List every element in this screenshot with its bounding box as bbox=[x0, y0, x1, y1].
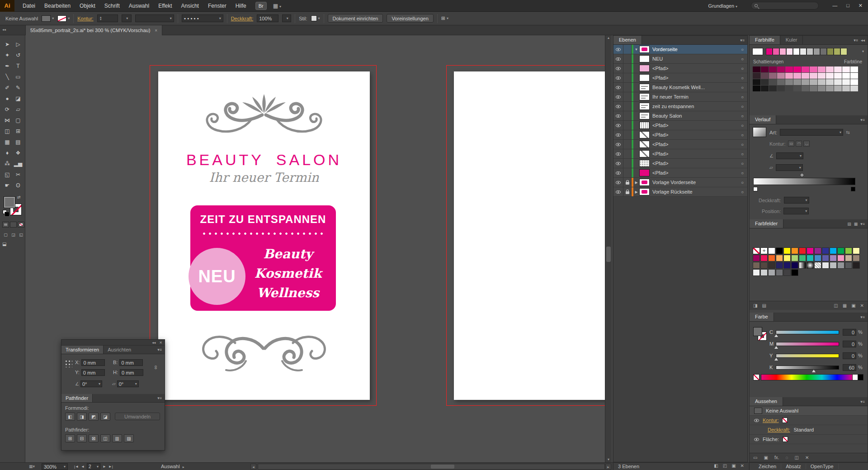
visibility-toggle[interactable] bbox=[613, 73, 623, 82]
width-tool[interactable]: ⋈ bbox=[2, 115, 12, 125]
shape-builder-tool[interactable]: ◫ bbox=[2, 126, 12, 136]
duplicate-item-icon[interactable]: ◫ bbox=[794, 455, 798, 460]
eraser-tool[interactable]: ◪ bbox=[13, 94, 23, 104]
shade-swatch[interactable] bbox=[769, 73, 777, 79]
swatch[interactable] bbox=[791, 247, 798, 254]
unite-button[interactable]: ◧ bbox=[65, 413, 75, 421]
delete-swatch-icon[interactable]: ✕ bbox=[860, 303, 864, 308]
tab-ebenen[interactable]: Ebenen bbox=[613, 36, 642, 44]
variable-width-profile-dropdown[interactable]: ▾ bbox=[135, 14, 174, 22]
toolbar-collapse-arrows-icon[interactable]: ◂◂ bbox=[2, 28, 6, 32]
shade-swatch[interactable] bbox=[777, 79, 785, 85]
list-view-icon[interactable]: ▤ bbox=[847, 222, 851, 226]
swatch[interactable] bbox=[837, 255, 844, 261]
symbol-sprayer-tool[interactable]: ⁂ bbox=[2, 159, 12, 169]
swatch[interactable] bbox=[753, 269, 760, 276]
menu-item-ansicht[interactable]: Ansicht bbox=[177, 0, 203, 11]
blob-brush-tool[interactable]: ● bbox=[2, 94, 12, 104]
workspace-switcher[interactable]: Grundlagen▾ bbox=[708, 3, 738, 9]
channel-value[interactable]: 0 bbox=[843, 329, 856, 336]
harmony-swatch[interactable] bbox=[779, 48, 786, 55]
visibility-toggle[interactable] bbox=[613, 178, 623, 187]
layer-row[interactable]: Ihr neuer Termin○ bbox=[613, 92, 747, 102]
stroke-within-button[interactable]: ▭ bbox=[788, 141, 794, 147]
layer-row[interactable]: Beauty Kosmetik Well...○ bbox=[613, 83, 747, 92]
menu-item-hilfe[interactable]: Hilfe bbox=[231, 0, 251, 11]
exclude-button[interactable]: ◪ bbox=[100, 413, 110, 421]
shade-swatch[interactable] bbox=[834, 66, 842, 72]
field-input[interactable]: 0 mm bbox=[81, 369, 105, 376]
lock-toggle[interactable] bbox=[623, 121, 632, 130]
swatch[interactable] bbox=[845, 262, 852, 269]
gradient-tool[interactable]: ▤ bbox=[13, 137, 23, 147]
shade-swatch[interactable] bbox=[785, 79, 793, 85]
swatch[interactable] bbox=[799, 247, 806, 254]
next-artboard-icon[interactable]: ► bbox=[103, 465, 106, 469]
tab-pathfinder[interactable]: Pathfinder bbox=[61, 394, 93, 402]
white-chip[interactable] bbox=[853, 374, 858, 380]
minus-back-button[interactable]: ▨ bbox=[124, 434, 134, 442]
shade-swatch[interactable] bbox=[793, 73, 801, 79]
stroke-attribute-link[interactable]: Kontur: bbox=[763, 418, 778, 423]
menu-item-bearbeiten[interactable]: Bearbeiten bbox=[40, 0, 75, 11]
bridge-button[interactable]: Br bbox=[255, 2, 267, 10]
shade-swatch[interactable] bbox=[826, 79, 834, 85]
default-fill-stroke-icon[interactable] bbox=[3, 210, 7, 214]
swatch[interactable] bbox=[776, 255, 783, 261]
swatch-options-icon[interactable]: ◫ bbox=[834, 303, 838, 308]
target-circle[interactable]: ○ bbox=[737, 171, 747, 176]
field-input[interactable]: 0 mm bbox=[81, 359, 105, 366]
shear-angle-combo[interactable]: ▱0°▾ bbox=[112, 380, 139, 387]
tab-ausrichten[interactable]: Ausrichten bbox=[104, 346, 135, 354]
visibility-toggle[interactable] bbox=[613, 168, 623, 177]
appearance-fill-row[interactable]: Fläche: bbox=[750, 435, 868, 444]
visibility-toggle[interactable] bbox=[613, 159, 623, 168]
preferences-button[interactable]: Voreinstellungen bbox=[387, 14, 433, 23]
graphic-style-dropdown[interactable]: ▾ bbox=[311, 15, 320, 21]
harmony-swatch[interactable] bbox=[834, 48, 840, 55]
target-circle[interactable]: ○ bbox=[737, 114, 747, 119]
panel-menu-icon[interactable]: ▾≡ bbox=[854, 38, 858, 43]
layer-row[interactable]: <Pfad>○ bbox=[613, 159, 747, 168]
swatch[interactable] bbox=[791, 255, 798, 261]
menu-item-datei[interactable]: Datei bbox=[18, 0, 40, 11]
mesh-tool[interactable]: ▦ bbox=[2, 137, 12, 147]
layer-row[interactable]: ▼Vorderseite○ bbox=[613, 45, 747, 54]
panel-menu-icon[interactable]: ▾≡ bbox=[860, 118, 865, 122]
stop-opacity-combo[interactable]: ▾ bbox=[784, 197, 809, 204]
visibility-toggle[interactable] bbox=[613, 45, 623, 54]
shade-swatch[interactable] bbox=[834, 73, 842, 79]
lock-toggle[interactable] bbox=[623, 159, 632, 168]
reference-point-locator[interactable] bbox=[65, 360, 72, 367]
layer-row[interactable]: <Pfad>○ bbox=[613, 73, 747, 83]
target-circle[interactable]: ○ bbox=[737, 76, 747, 81]
shade-swatch[interactable] bbox=[761, 85, 769, 91]
target-circle[interactable]: ○ bbox=[737, 47, 747, 52]
shade-swatch[interactable] bbox=[793, 66, 801, 72]
swatch[interactable] bbox=[768, 262, 775, 269]
first-artboard-icon[interactable]: |◄ bbox=[74, 465, 79, 469]
layer-row[interactable]: <Pfad>○ bbox=[613, 149, 747, 159]
shade-swatch[interactable] bbox=[777, 73, 785, 79]
swatch[interactable] bbox=[830, 255, 837, 261]
shade-swatch[interactable] bbox=[761, 79, 769, 85]
gradient-aspect-combo[interactable]: ▾ bbox=[776, 164, 803, 171]
add-new-fill-icon[interactable]: ▣ bbox=[764, 455, 768, 460]
harmony-rules-dropdown-icon[interactable]: ▾ bbox=[862, 49, 864, 53]
layer-row[interactable]: <Pfad>○ bbox=[613, 168, 747, 178]
target-circle[interactable]: ○ bbox=[737, 190, 747, 195]
none-mode-button[interactable] bbox=[18, 222, 24, 228]
slider-thumb[interactable] bbox=[812, 370, 816, 372]
hand-tool[interactable]: ☛ bbox=[2, 180, 12, 190]
target-circle[interactable]: ○ bbox=[737, 57, 747, 62]
shade-swatch[interactable] bbox=[753, 85, 760, 91]
swatch[interactable] bbox=[768, 247, 775, 254]
channel-slider[interactable] bbox=[776, 342, 839, 346]
visibility-toggle[interactable] bbox=[613, 102, 623, 111]
shade-swatch[interactable] bbox=[826, 66, 834, 72]
add-new-effect-icon[interactable]: fx. bbox=[774, 455, 779, 460]
visibility-eye-icon[interactable] bbox=[754, 419, 759, 422]
crop-button[interactable]: ◫ bbox=[100, 434, 110, 442]
last-artboard-icon[interactable]: ►| bbox=[108, 465, 113, 469]
panel-tab-absatz[interactable]: Absatz bbox=[781, 464, 806, 469]
